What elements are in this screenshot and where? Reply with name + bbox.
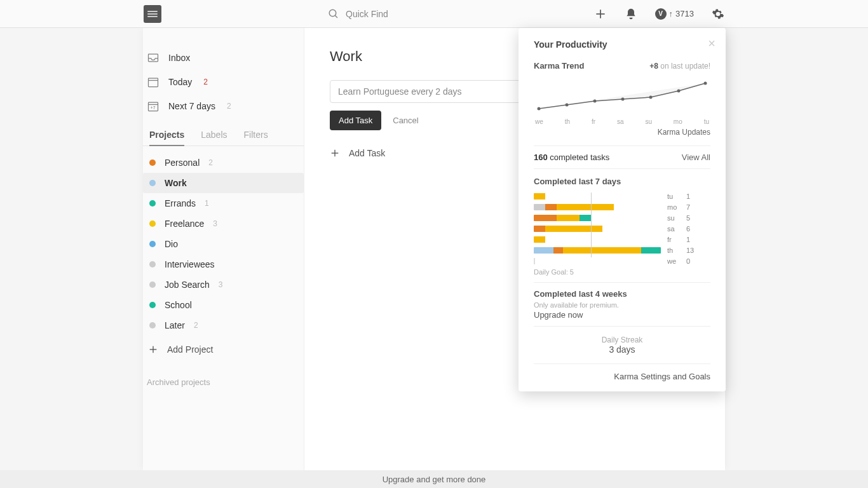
- svg-point-18: [649, 96, 653, 99]
- premium-note: Only available for premium.: [534, 301, 710, 309]
- project-list: Personal 2 Work Errands 1 Freelance 3 Di…: [143, 146, 304, 336]
- svg-line-1: [335, 15, 337, 18]
- karma-score-value: 3713: [675, 9, 694, 18]
- topbar: Quick Find V ↑ 3713: [0, 0, 868, 28]
- project-item[interactable]: Dio: [143, 234, 304, 254]
- karma-settings-link[interactable]: Karma Settings and Goals: [534, 364, 710, 381]
- project-item[interactable]: Interviewees: [143, 254, 304, 274]
- search-box[interactable]: Quick Find: [328, 8, 388, 20]
- svg-point-20: [704, 82, 707, 85]
- inbox-icon: [147, 51, 159, 64]
- daily-goal-line: [591, 193, 592, 257]
- karma-updates-link[interactable]: Karma Updates: [534, 128, 710, 137]
- svg-text:+7: +7: [151, 105, 156, 110]
- svg-point-0: [329, 10, 336, 17]
- completed-tasks-text: 160 completed tasks: [534, 152, 609, 162]
- project-count: 2: [208, 158, 213, 167]
- nav-inbox[interactable]: Inbox: [143, 46, 304, 70]
- karma-delta: +8 on last update!: [649, 62, 710, 71]
- karma-trend-chart: [534, 78, 710, 114]
- week-title: Completed last 7 days: [534, 177, 710, 186]
- upgrade-now-link[interactable]: Upgrade now: [534, 310, 583, 320]
- add-task-button[interactable]: Add Task: [330, 111, 381, 130]
- project-color-dot: [149, 322, 156, 329]
- footer-text: Upgrade and get more done: [383, 475, 486, 484]
- archived-projects-link[interactable]: Archived projects: [143, 360, 304, 392]
- project-item[interactable]: Work: [143, 173, 304, 193]
- streak-value: 3 days: [534, 344, 710, 355]
- svg-rect-4: [149, 54, 158, 62]
- settings-button[interactable]: [712, 8, 724, 20]
- karma-trend-label: Karma Trend: [534, 61, 584, 71]
- popup-title: Your Productivity: [534, 39, 710, 50]
- project-name: Personal: [165, 158, 200, 168]
- svg-point-14: [538, 107, 541, 111]
- nav-next7[interactable]: +7 Next 7 days 2: [143, 94, 304, 118]
- nav-next7-count: 2: [227, 102, 231, 111]
- svg-rect-5: [149, 78, 158, 86]
- view-all-link[interactable]: View All: [682, 152, 710, 162]
- tab-filters[interactable]: Filters: [244, 130, 268, 146]
- project-name: Job Search: [165, 280, 210, 290]
- project-name: Dio: [165, 239, 178, 249]
- project-color-dot: [149, 261, 156, 268]
- svg-point-17: [621, 98, 625, 101]
- project-item[interactable]: Errands 1: [143, 193, 304, 214]
- cancel-button[interactable]: Cancel: [393, 116, 418, 125]
- project-item[interactable]: School: [143, 295, 304, 315]
- karma-badge-icon: V: [655, 8, 667, 20]
- nav-today-label: Today: [168, 77, 192, 87]
- tab-labels[interactable]: Labels: [201, 130, 227, 146]
- project-color-dot: [149, 281, 156, 288]
- project-name: Work: [165, 178, 187, 188]
- project-color-dot: [149, 180, 156, 186]
- project-item[interactable]: Later 2: [143, 315, 304, 336]
- project-name: Freelance: [165, 219, 204, 229]
- quick-add-button[interactable]: [594, 8, 607, 20]
- project-item[interactable]: Job Search 3: [143, 274, 304, 295]
- svg-point-15: [566, 104, 569, 107]
- nav-today[interactable]: Today 2: [143, 70, 304, 94]
- streak-label: Daily Streak: [534, 336, 710, 344]
- project-count: 3: [213, 219, 217, 228]
- project-color-dot: [149, 302, 156, 308]
- svg-point-19: [677, 90, 681, 93]
- project-count: 1: [205, 199, 209, 208]
- productivity-popup: × Your Productivity Karma Trend +8 on la…: [519, 28, 726, 391]
- tab-projects[interactable]: Projects: [149, 130, 184, 146]
- project-color-dot: [149, 220, 156, 227]
- project-item[interactable]: Personal 2: [143, 152, 304, 173]
- project-count: 3: [219, 280, 223, 289]
- search-icon: [328, 8, 339, 20]
- week-bar-row: mo7: [534, 203, 710, 211]
- project-item[interactable]: Freelance 3: [143, 214, 304, 234]
- project-name: Later: [165, 320, 185, 330]
- project-name: Interviewees: [165, 259, 215, 269]
- karma-score-button[interactable]: V ↑ 3713: [655, 8, 694, 20]
- add-task-row-label: Add Task: [349, 148, 385, 158]
- week-bar-row: su5: [534, 214, 710, 222]
- sidebar: Inbox Today 2 +7 Next 7 days 2 Projects …: [143, 28, 304, 470]
- week-bar-row: th13: [534, 247, 710, 254]
- nav-today-count: 2: [203, 78, 208, 86]
- project-count: 2: [194, 321, 198, 330]
- search-placeholder: Quick Find: [346, 9, 388, 19]
- footer-bar[interactable]: Upgrade and get more done: [0, 470, 868, 488]
- nav-next7-label: Next 7 days: [168, 101, 215, 111]
- karma-arrow-icon: ↑: [669, 9, 674, 18]
- weeks-title: Completed last 4 weeks: [534, 289, 710, 299]
- add-project-button[interactable]: Add Project: [143, 336, 304, 360]
- add-project-label: Add Project: [167, 344, 213, 355]
- week-bar-row: tu1: [534, 193, 710, 200]
- app-logo[interactable]: [144, 5, 161, 23]
- close-icon[interactable]: ×: [708, 37, 715, 50]
- project-color-dot: [149, 200, 156, 207]
- notifications-button[interactable]: [625, 8, 637, 20]
- calendar-week-icon: +7: [147, 100, 159, 112]
- week-bar-row: fr1: [534, 236, 710, 243]
- week-bars-chart: tu1mo7su5sa6fr1th13we0: [534, 193, 710, 265]
- week-bar-row: we0: [534, 257, 710, 265]
- daily-goal-label: Daily Goal: 5: [534, 268, 710, 276]
- trend-axis-labels: wethfrsasumotu: [534, 118, 710, 125]
- calendar-today-icon: [147, 76, 159, 88]
